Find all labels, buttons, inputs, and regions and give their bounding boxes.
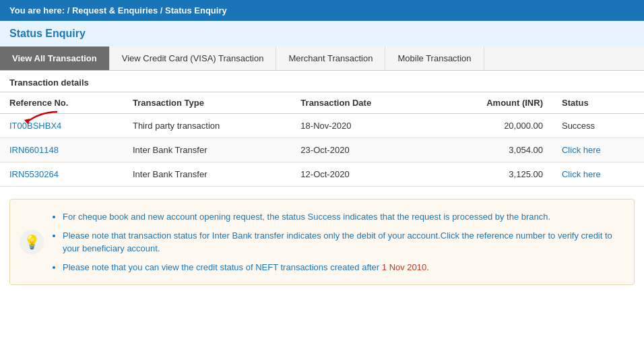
table-header-row: Reference No. Transaction Type Transacti…: [0, 92, 644, 114]
cell-ref-no: IRN5530264: [0, 162, 123, 187]
info-item-3-text: Please note that you can view the credit…: [63, 262, 429, 272]
tab-all-transaction[interactable]: View All Transaction: [0, 47, 110, 70]
info-item-2-text: Please note that transaction status for …: [63, 230, 612, 254]
ref-no-link[interactable]: IRN5530264: [9, 169, 59, 179]
breadcrumb-prefix: You are here: /: [9, 5, 69, 16]
ref-no-link[interactable]: IT00BSHBX4: [9, 121, 61, 131]
section-title: Transaction details: [9, 78, 89, 88]
cell-trans-date: 12-Oct-2020: [291, 162, 432, 187]
table-row: IT00BSHBX4Third party transaction18-Nov-…: [0, 114, 644, 138]
breadcrumb-section: Request & Enquiries: [72, 5, 158, 16]
cell-ref-no: IRN6601148: [0, 138, 123, 162]
col-header-trans-date: Transaction Date: [291, 92, 432, 114]
tab-credit-card-transaction[interactable]: View Credit Card (VISA) Transaction: [110, 47, 277, 70]
highlight-date: 1 Nov 2010.: [382, 262, 429, 272]
status-link[interactable]: Click here: [562, 145, 601, 155]
breadcrumb-bar: You are here: / Request & Enquiries / St…: [0, 0, 644, 21]
page-title: Status Enquiry: [9, 28, 635, 40]
cell-status[interactable]: Click here: [552, 138, 644, 162]
section-header: Transaction details: [0, 71, 644, 92]
tab-mobile-label: Mobile Transaction: [397, 53, 471, 63]
cell-trans-type: Inter Bank Transfer: [123, 162, 291, 187]
tab-mobile-transaction[interactable]: Mobile Transaction: [385, 47, 484, 70]
ref-no-link[interactable]: IRN6601148: [9, 145, 59, 155]
cell-trans-date: 23-Oct-2020: [291, 138, 432, 162]
info-item-2: Please note that transaction status for …: [63, 229, 623, 255]
col-header-amount: Amount (INR): [433, 92, 552, 114]
col-header-ref-no: Reference No.: [0, 92, 123, 114]
info-box: 💡 For cheque book and new account openin…: [9, 199, 635, 285]
col-header-trans-type: Transaction Type: [123, 92, 291, 114]
cell-status: Success: [552, 114, 644, 138]
info-item-3: Please note that you can view the credit…: [63, 261, 623, 274]
transaction-table: Reference No. Transaction Type Transacti…: [0, 92, 644, 187]
cell-amount: 20,000.00: [433, 114, 552, 138]
breadcrumb-separator: /: [160, 5, 165, 16]
cell-trans-date: 18-Nov-2020: [291, 114, 432, 138]
info-list: For cheque book and new account opening …: [51, 210, 623, 274]
info-item-1-text: For cheque book and new account opening …: [63, 212, 550, 222]
cell-trans-type: Third party transaction: [123, 114, 291, 138]
bulb-icon: 💡: [20, 230, 44, 254]
page-title-bar: Status Enquiry: [0, 21, 644, 47]
cell-amount: 3,125.00: [433, 162, 552, 187]
cell-ref-no: IT00BSHBX4: [0, 114, 123, 138]
tab-credit-card-label: View Credit Card (VISA) Transaction: [122, 53, 264, 63]
status-link[interactable]: Click here: [562, 169, 601, 179]
col-header-status: Status: [552, 92, 644, 114]
tabs-bar: View All Transaction View Credit Card (V…: [0, 47, 644, 71]
tab-merchant-label: Merchant Transaction: [288, 53, 373, 63]
breadcrumb-current: Status Enquiry: [165, 5, 227, 16]
tab-merchant-transaction[interactable]: Merchant Transaction: [276, 47, 385, 70]
cell-status[interactable]: Click here: [552, 162, 644, 187]
table-row: IRN6601148Inter Bank Transfer23-Oct-2020…: [0, 138, 644, 162]
cell-amount: 3,054.00: [433, 138, 552, 162]
info-item-1: For cheque book and new account opening …: [63, 210, 623, 224]
tab-all-transaction-label: View All Transaction: [12, 53, 97, 63]
table-row: IRN5530264Inter Bank Transfer12-Oct-2020…: [0, 162, 644, 187]
cell-trans-type: Inter Bank Transfer: [123, 138, 291, 162]
